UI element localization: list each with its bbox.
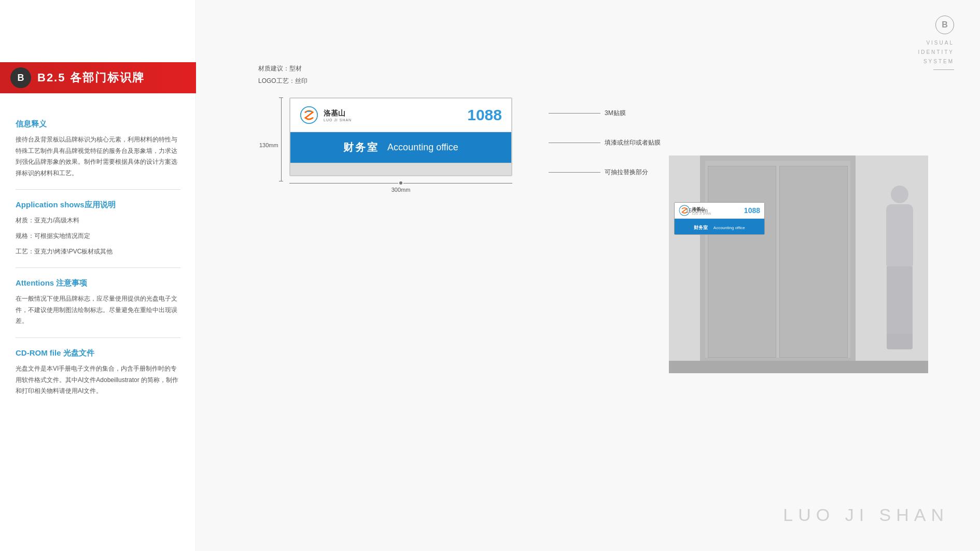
annotation-2: 填漆或丝印或者贴膜 (549, 138, 661, 147)
ann-line-1 (549, 113, 600, 114)
dim-300-label: 300mm (289, 187, 512, 193)
door-sign-number: 1088 (744, 206, 760, 215)
install-scene: 洛基山 LUO JI SHAN 1088 财务室 Accounting offi… (669, 145, 939, 373)
annotation-3: 可抽拉替换部分 (549, 168, 661, 177)
brand-circle: B (935, 16, 954, 34)
ann-text-2: 填漆或丝印或者贴膜 (605, 138, 661, 147)
sign-bottom-strip (290, 163, 511, 175)
human-head (891, 186, 908, 203)
divider-1 (16, 189, 180, 190)
section-att-text: 在一般情况下使用品牌标志，应尽量使用提供的光盘电子文件，不建议使用制图法绘制标志… (16, 293, 180, 327)
human-feet (887, 334, 913, 349)
header-title: B2.5 各部门标识牌 (37, 70, 145, 86)
section-info-text: 接待台及背景板以品牌标识为核心元素，利用材料的特性与特殊工艺制作具有品牌视觉特征… (16, 134, 180, 179)
annotations-area: 3M贴膜 填漆或丝印或者贴膜 可抽拉替换部分 (549, 109, 661, 197)
section-info-title: 信息释义 (16, 119, 180, 129)
h-dim-line-left (289, 183, 398, 183)
h-dim-line-right (403, 183, 512, 183)
sign-box: 洛基山 LUO JI SHAN 1088 财务室 Accounting offi… (289, 97, 512, 176)
material-info: 材质建议：型材 LOGO工艺：丝印 (258, 62, 512, 87)
section-app-line2: 规格：可根据实地情况而定 (16, 231, 180, 242)
human-silhouette (876, 186, 923, 362)
brand-text-system: SYSTEM (918, 57, 954, 66)
h-dim-container (289, 181, 512, 185)
door-panels (708, 166, 848, 358)
ann-text-1: 3M贴膜 (605, 109, 626, 118)
material-line1: 材质建议：型材 (258, 62, 512, 75)
top-right-brand: B VISUAL IDENTITY SYSTEM (918, 16, 954, 70)
sign-logo-en: LUO JI SHAN (324, 118, 352, 122)
sign-logo-group: 洛基山 LUO JI SHAN (300, 106, 352, 124)
door-sign-blue: 财务室 Accounting office (675, 219, 764, 234)
scene-container: 洛基山 LUO JI SHAN 1088 财务室 Accounting offi… (669, 145, 928, 373)
v-bracket (279, 97, 283, 181)
section-cd-title: CD-ROM file 光盘文件 (16, 348, 180, 358)
watermark: LUO JI SHAN (783, 505, 949, 525)
sign-logo-cn: 洛基山 (324, 109, 352, 118)
dim-130-label: 130mm (259, 142, 278, 148)
sign-logo-text: 洛基山 LUO JI SHAN (324, 109, 352, 122)
left-sidebar: B B2.5 各部门标识牌 信息释义 接待台及背景板以品牌标识为核心元素，利用材… (0, 0, 196, 551)
door-frame (700, 156, 856, 363)
divider-2 (16, 267, 180, 268)
header-b-circle: B (10, 67, 31, 88)
human-torso (886, 204, 913, 266)
floor (669, 361, 928, 373)
door-panel-left (708, 166, 776, 358)
brand-text-identity: IDENTITY (918, 48, 954, 57)
door-panel-right (779, 166, 848, 358)
material-line2: LOGO工艺：丝印 (258, 75, 512, 87)
divider-3 (16, 337, 180, 338)
door-sign-dept-en: Accounting office (713, 225, 745, 230)
h-dim-dot (399, 181, 402, 185)
sign-room-number: 1088 (467, 106, 502, 124)
main-content: B VISUAL IDENTITY SYSTEM 材质建议：型材 LOGO工艺：… (196, 0, 980, 551)
sign-top: 洛基山 LUO JI SHAN 1088 (290, 98, 511, 132)
header-bar: B B2.5 各部门标识牌 (0, 62, 196, 93)
ann-line-2 (549, 143, 600, 143)
brand-text-visual: VISUAL (918, 38, 954, 48)
sign-dept-en: Accounting office (387, 142, 458, 153)
human-legs (887, 266, 913, 334)
ann-line-3 (549, 172, 600, 173)
height-dim-label: 1600mm (685, 207, 708, 214)
section-app-line3: 工艺：亚克力\烤漆\PVC板材或其他 (16, 246, 180, 258)
brand-logo-icon (300, 106, 318, 124)
sign-blue-section: 财务室 Accounting office (290, 132, 511, 163)
section-app-title: Application shows应用说明 (16, 200, 180, 210)
section-cd-text: 光盘文件是本VI手册电子文件的集合，内含手册制作时的专用软件格式文件。其中AI文… (16, 363, 180, 397)
annotation-1: 3M贴膜 (549, 109, 661, 118)
sign-design-area: 材质建议：型材 LOGO工艺：丝印 130mm (258, 62, 512, 193)
section-app-line1: 材质：亚克力/高级木料 (16, 215, 180, 227)
sign-dept-cn: 财务室 (343, 140, 379, 154)
sidebar-content: 信息释义 接待台及背景板以品牌标识为核心元素，利用材料的特性与特殊工艺制作具有品… (16, 109, 180, 401)
section-att-title: Attentions 注意事项 (16, 278, 180, 288)
brand-line (933, 69, 954, 70)
ann-text-3: 可抽拉替换部分 (605, 168, 648, 177)
sign-mockup-wrapper: 130mm (289, 97, 512, 193)
door-sign-dept-cn: 财务室 (694, 225, 708, 230)
